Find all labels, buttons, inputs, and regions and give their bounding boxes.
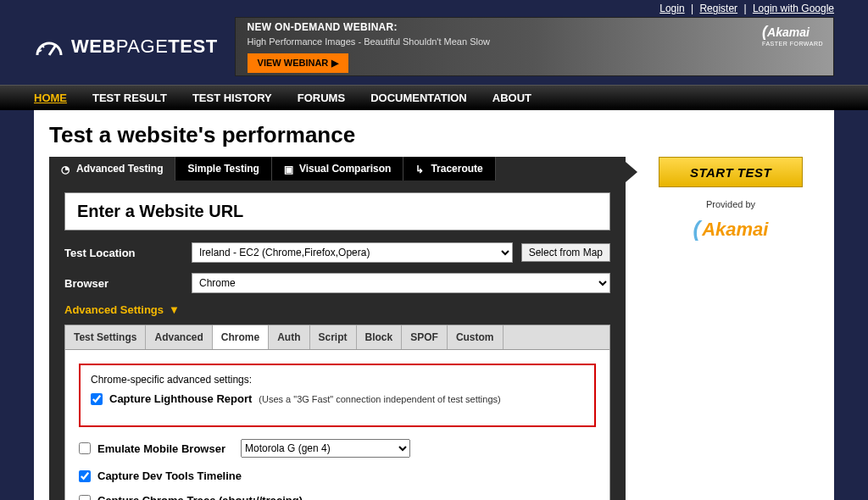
mode-tab-icon: ◔ (61, 164, 71, 174)
header: WEBPAGETEST NEW ON-DEMAND WEBINAR: High … (0, 17, 868, 85)
location-select[interactable]: Ireland - EC2 (Chrome,Firefox,Opera) (192, 242, 513, 263)
banner-brand: (AkamaiFASTER FORWARD (762, 23, 823, 47)
login-google-link[interactable]: Login with Google (753, 3, 834, 14)
gauge-icon (34, 36, 64, 57)
mode-tab-advanced-testing[interactable]: ◔Advanced Testing (49, 157, 175, 181)
mode-tab-simple-testing[interactable]: Simple Testing (175, 157, 271, 181)
nav-documentation[interactable]: DOCUMENTATION (370, 92, 467, 104)
swoosh-icon: ( (693, 216, 701, 242)
advanced-settings-toggle[interactable]: Advanced Settings▼ (64, 303, 610, 316)
url-input[interactable]: Enter a Website URL (64, 192, 610, 231)
subtab-auth[interactable]: Auth (269, 325, 309, 349)
mode-tab-traceroute[interactable]: ↳Traceroute (403, 157, 495, 181)
triangle-down-icon: ▼ (169, 303, 180, 316)
lighthouse-label: Capture Lighthouse Report (109, 392, 252, 405)
emulate-mobile-label: Emulate Mobile Browser (97, 442, 225, 455)
chrome-panel: Chrome-specific advanced settings: Captu… (64, 350, 610, 500)
mode-tabs: ◔Advanced TestingSimple Testing▣Visual C… (49, 157, 626, 181)
nav-home[interactable]: HOME (34, 92, 67, 104)
logo-text: WEBPAGETEST (71, 36, 218, 58)
main-nav: HOMETEST RESULTTEST HISTORYFORUMSDOCUMEN… (0, 85, 868, 110)
devtools-timeline-label: Capture Dev Tools Timeline (97, 469, 242, 482)
subtab-spof[interactable]: SPOF (402, 325, 448, 349)
subtab-chrome[interactable]: Chrome (213, 325, 269, 349)
page-title: Test a website's performance (49, 122, 819, 148)
page-body: Test a website's performance ◔Advanced T… (34, 110, 834, 500)
site-logo[interactable]: WEBPAGETEST (34, 36, 218, 58)
nav-forums[interactable]: FORUMS (298, 92, 345, 104)
top-links: Login | Register | Login with Google (0, 0, 868, 17)
chrome-trace-checkbox[interactable] (79, 495, 91, 501)
test-form: ◔Advanced TestingSimple Testing▣Visual C… (49, 157, 626, 500)
svg-line-2 (42, 46, 44, 47)
banner-subtitle: High Performance Images - Beautiful Shou… (248, 36, 490, 47)
login-link[interactable]: Login (659, 3, 684, 14)
lighthouse-checkbox[interactable] (91, 393, 103, 405)
sponsor-logo[interactable]: (Akamai (693, 216, 769, 242)
nav-about[interactable]: ABOUT (492, 92, 531, 104)
subtab-test-settings[interactable]: Test Settings (65, 325, 146, 349)
start-test-button[interactable]: START TEST (659, 157, 803, 187)
arrow-icon (626, 162, 637, 182)
emulate-device-select[interactable]: Motorola G (gen 4) (241, 439, 410, 458)
register-link[interactable]: Register (699, 3, 737, 14)
subtab-block[interactable]: Block (357, 325, 403, 349)
subtab-custom[interactable]: Custom (448, 325, 504, 349)
subtab-script[interactable]: Script (310, 325, 357, 349)
svg-line-0 (49, 45, 56, 55)
devtools-timeline-checkbox[interactable] (79, 470, 91, 482)
browser-select[interactable]: Chrome (192, 273, 610, 293)
subtab-advanced[interactable]: Advanced (146, 325, 212, 349)
nav-test-result[interactable]: TEST RESULT (92, 92, 167, 104)
mode-tab-icon: ▣ (284, 164, 294, 174)
sidebar: START TEST Provided by (Akamai (643, 157, 819, 500)
advanced-subtabs: Test SettingsAdvancedChromeAuthScriptBlo… (64, 325, 610, 350)
nav-test-history[interactable]: TEST HISTORY (192, 92, 272, 104)
chrome-panel-heading: Chrome-specific advanced settings: (91, 374, 584, 386)
highlight-box: Chrome-specific advanced settings: Captu… (79, 364, 596, 427)
emulate-mobile-checkbox[interactable] (79, 442, 91, 454)
provided-by-label: Provided by (706, 199, 755, 209)
location-label: Test Location (64, 247, 183, 259)
view-webinar-button[interactable]: VIEW WEBINAR▶ (248, 53, 349, 73)
select-from-map-button[interactable]: Select from Map (521, 243, 610, 262)
browser-label: Browser (64, 277, 183, 290)
promo-banner[interactable]: NEW ON-DEMAND WEBINAR: High Performance … (235, 17, 834, 76)
banner-title: NEW ON-DEMAND WEBINAR: (248, 21, 490, 33)
mode-tab-visual-comparison[interactable]: ▣Visual Comparison (272, 157, 403, 181)
chrome-trace-label: Capture Chrome Trace (about://tracing) (97, 494, 303, 500)
mode-tab-icon: ↳ (415, 164, 426, 174)
lighthouse-hint: (Uses a "3G Fast" connection independent… (259, 394, 500, 404)
